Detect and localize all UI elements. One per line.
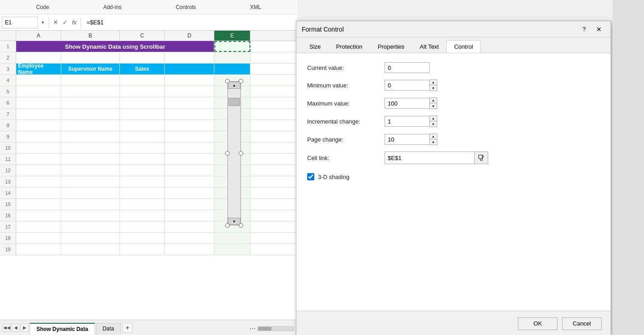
page-change-input[interactable] [385,134,430,145]
formula-bar-divider2 [81,17,81,28]
tab-alt-text[interactable]: Alt Text [412,40,446,53]
cell-ref-box[interactable]: E1 [2,17,38,28]
nav-first[interactable]: ◀◀ [3,324,11,332]
maximum-value-down[interactable]: ▼ [430,103,437,109]
dialog-footer: OK Cancel [296,311,611,335]
ribbon-bar: Code Add-ins Controls XML [0,0,297,14]
cell-d3[interactable] [165,64,214,74]
tab-protection[interactable]: Protection [328,40,370,53]
cell-e2[interactable] [214,52,250,63]
grid-row-4: 4 [0,75,297,86]
bottom-bar: ◀◀ ◀ ▶ Show Dynamic Data Data ＋ ⋯ [0,320,297,335]
col-header-c[interactable]: C [120,31,165,41]
current-value-label: Current value: [307,64,379,71]
handle-bot-left [225,223,230,228]
grid-row-12: 12 [0,165,297,176]
page-change-up[interactable]: ▲ [430,134,437,139]
dialog-title: Format Control [302,26,344,33]
cell-ref-dropdown[interactable]: ▼ [40,20,46,25]
nav-next[interactable]: ▶ [21,324,29,332]
cell-c2[interactable] [120,52,165,63]
cell-link-row: Cell link: [307,151,600,164]
page-change-input-wrap: ▲ ▼ [385,133,437,145]
cell-e1[interactable] [214,41,250,52]
minimum-value-down[interactable]: ▼ [430,85,437,91]
minimum-value-label: Minimum value: [307,82,379,89]
sheet-tab-dynamic-data[interactable]: Show Dynamic Data [30,323,95,335]
ribbon-addins[interactable]: Add-ins [103,4,122,10]
incremental-change-down[interactable]: ▼ [430,121,437,127]
ribbon-controls[interactable]: Controls [176,4,196,10]
cell-link-expand-button[interactable] [475,151,488,164]
add-sheet-button[interactable]: ＋ [122,323,132,333]
grid-row-7: 7 [0,109,297,120]
title-cell: Show Dynamic Data using Scrollbar [16,41,214,52]
minimum-value-input[interactable] [385,80,430,91]
minimum-value-input-wrap: ▲ ▼ [385,79,437,91]
scrollbar-widget[interactable]: ▲ ▼ [227,81,241,225]
current-value-row: Current value: [307,62,600,73]
handle-bot-right [239,223,243,228]
grid-row-1: 1 Show Dynamic Data using Scrollbar [0,41,297,52]
confirm-icon[interactable]: ✓ [61,18,69,27]
fx-icon[interactable]: fx [71,18,78,27]
page-change-spinner: ▲ ▼ [430,133,437,145]
grid-row-6: 6 [0,97,297,109]
cell-link-label: Cell link: [307,155,379,161]
shading-label: 3-D shading [318,174,349,180]
minimum-value-row: Minimum value: ▲ ▼ [307,79,600,91]
sheet-tab-data[interactable]: Data [96,323,121,335]
cell-e3[interactable] [214,64,250,74]
incremental-change-spinner: ▲ ▼ [430,115,437,127]
nav-prev[interactable]: ◀ [12,324,20,332]
scrollbar-thumb[interactable] [228,98,240,106]
ok-button[interactable]: OK [518,317,558,330]
col-header-e[interactable]: E [214,31,250,41]
ribbon-xml[interactable]: XML [250,4,261,10]
format-control-dialog[interactable]: Format Control ? ✕ Size Protection Prope… [296,21,611,335]
formula-input[interactable] [84,17,295,28]
page-change-down[interactable]: ▼ [430,139,437,145]
incremental-change-input[interactable] [385,116,430,127]
header-supervisor: Supervisor Name [61,64,120,74]
tab-size[interactable]: Size [302,40,328,53]
incremental-change-label: Incremental change: [307,118,379,125]
grid-row-2: 2 [0,52,297,64]
cell-a2[interactable] [16,52,61,63]
ribbon-code[interactable]: Code [36,4,49,10]
header-employee: Employee Name [16,64,61,74]
current-value-input[interactable] [385,62,430,73]
dialog-content: Current value: Minimum value: ▲ ▼ Ma [296,53,611,311]
maximum-value-input-wrap: ▲ ▼ [385,97,437,109]
current-value-input-wrap [385,62,430,73]
maximum-value-up[interactable]: ▲ [430,98,437,103]
grid-row-5: 5 [0,86,297,97]
incremental-change-row: Incremental change: ▲ ▼ [307,115,600,127]
col-header-b[interactable]: B [61,31,120,41]
maximum-value-spinner: ▲ ▼ [430,97,437,109]
cancel-icon[interactable]: ✕ [52,18,59,27]
maximum-value-input[interactable] [385,98,430,109]
handle-mid-right [239,151,243,156]
grid-row-13: 13 [0,176,297,188]
tab-control[interactable]: Control [446,40,481,53]
cell-link-input[interactable] [385,151,475,164]
shading-checkbox[interactable] [307,173,314,180]
handle-top-left [225,79,230,83]
cancel-button[interactable]: Cancel [562,317,602,330]
dialog-help-button[interactable]: ? [579,24,589,34]
dialog-title-buttons: ? ✕ [579,24,605,34]
incremental-change-up[interactable]: ▲ [430,116,437,121]
col-header-d[interactable]: D [165,31,214,41]
tab-properties[interactable]: Properties [370,40,412,53]
sheet-scroll-ellipsis: ⋯ [249,325,256,332]
maximum-value-label: Maximum value: [307,100,379,107]
dialog-close-button[interactable]: ✕ [593,24,605,34]
grid-row-14: 14 [0,188,297,199]
col-header-a[interactable]: A [16,31,61,41]
cell-d2[interactable] [165,52,214,63]
cell-b2[interactable] [61,52,120,63]
scrollbar-up-arrow[interactable]: ▲ [228,82,240,89]
minimum-value-up[interactable]: ▲ [430,80,437,85]
grid-row-10: 10 [0,142,297,154]
